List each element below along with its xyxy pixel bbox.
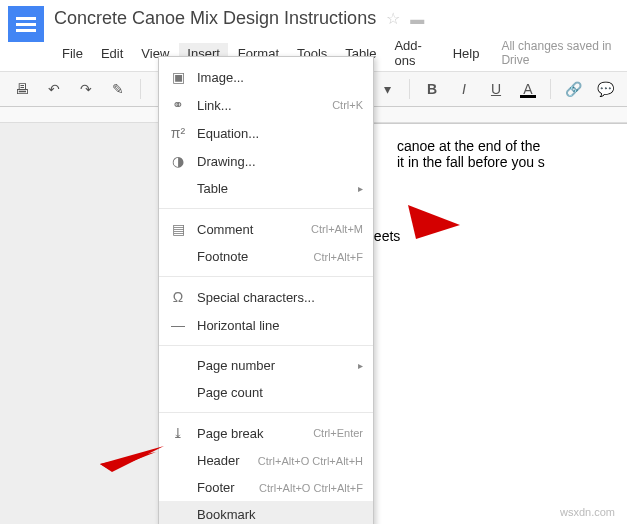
submenu-arrow-icon: ▸ (358, 360, 363, 371)
menu-edit[interactable]: Edit (93, 43, 131, 64)
insert-table[interactable]: Table▸ (159, 175, 373, 202)
menu-label: Footer (197, 480, 249, 495)
hr-icon: — (169, 317, 187, 333)
pagebreak-icon: ⤓ (169, 425, 187, 441)
annotation-arrow-1 (408, 205, 460, 239)
print-button[interactable]: 🖶 (8, 75, 36, 103)
undo-button[interactable]: ↶ (40, 75, 68, 103)
menu-addons[interactable]: Add-ons (386, 35, 442, 71)
menu-label: Equation... (197, 126, 363, 141)
annotation-arrow-2 (100, 442, 164, 472)
submenu-arrow-icon: ▸ (358, 183, 363, 194)
toolbar-sep (550, 79, 551, 99)
drawing-icon: ◑ (169, 153, 187, 169)
docs-logo[interactable] (8, 6, 44, 42)
redo-button[interactable]: ↷ (72, 75, 100, 103)
docs-logo-glyph (16, 23, 36, 26)
insert-header[interactable]: HeaderCtrl+Alt+O Ctrl+Alt+H (159, 447, 373, 474)
insert-link[interactable]: ⚭Link...Ctrl+K (159, 91, 373, 119)
body-text: it in the fall before you s (397, 154, 627, 170)
shortcut: Ctrl+Alt+M (311, 223, 363, 235)
menu-label: Page break (197, 426, 303, 441)
body-text: canoe at the end of the (397, 138, 627, 154)
image-icon: ▣ (169, 69, 187, 85)
save-status: All changes saved in Drive (501, 39, 619, 67)
link-icon: ⚭ (169, 97, 187, 113)
insert-comment[interactable]: ▤CommentCtrl+Alt+M (159, 215, 373, 243)
paint-format-button[interactable]: ✎ (104, 75, 132, 103)
insert-page-break[interactable]: ⤓Page breakCtrl+Enter (159, 419, 373, 447)
shortcut: Ctrl+Alt+O Ctrl+Alt+F (259, 482, 363, 494)
menu-file[interactable]: File (54, 43, 91, 64)
insert-page-count[interactable]: Page count (159, 379, 373, 406)
bold-button[interactable]: B (418, 75, 446, 103)
watermark: wsxdn.com (560, 506, 615, 518)
menu-label: Horizontal line (197, 318, 363, 333)
insert-special-chars[interactable]: ΩSpecial characters... (159, 283, 373, 311)
menu-label: Page number (197, 358, 342, 373)
equation-icon: π² (169, 125, 187, 141)
font-size-dropdown[interactable]: ▾ (373, 75, 401, 103)
insert-comment-button[interactable]: 💬 (591, 75, 619, 103)
insert-footnote[interactable]: FootnoteCtrl+Alt+F (159, 243, 373, 270)
menu-label: Footnote (197, 249, 303, 264)
toolbar-sep (409, 79, 410, 99)
underline-button[interactable]: U (482, 75, 510, 103)
insert-footer[interactable]: FooterCtrl+Alt+O Ctrl+Alt+F (159, 474, 373, 501)
menu-label: Link... (197, 98, 322, 113)
text-color-button[interactable]: A (514, 75, 542, 103)
menu-label: Page count (197, 385, 363, 400)
insert-link-button[interactable]: 🔗 (559, 75, 587, 103)
folder-icon[interactable]: ▬ (410, 11, 424, 27)
insert-equation[interactable]: π²Equation... (159, 119, 373, 147)
shortcut: Ctrl+K (332, 99, 363, 111)
svg-marker-2 (100, 452, 156, 470)
shortcut: Ctrl+Enter (313, 427, 363, 439)
star-icon[interactable]: ☆ (386, 9, 400, 28)
toolbar-sep (140, 79, 141, 99)
insert-drawing[interactable]: ◑Drawing... (159, 147, 373, 175)
shortcut: Ctrl+Alt+O Ctrl+Alt+H (258, 455, 363, 467)
menu-label: Drawing... (197, 154, 363, 169)
menu-label: Bookmark (197, 507, 363, 522)
insert-bookmark[interactable]: Bookmark (159, 501, 373, 524)
insert-image[interactable]: ▣Image... (159, 63, 373, 91)
menu-label: Header (197, 453, 248, 468)
menu-label: Table (197, 181, 342, 196)
menu-label: Comment (197, 222, 301, 237)
insert-dropdown: ▣Image... ⚭Link...Ctrl+K π²Equation... ◑… (158, 56, 374, 524)
omega-icon: Ω (169, 289, 187, 305)
svg-marker-0 (408, 205, 460, 239)
menu-label: Image... (197, 70, 363, 85)
italic-button[interactable]: I (450, 75, 478, 103)
doc-title[interactable]: Concrete Canoe Mix Design Instructions (54, 6, 376, 31)
menu-label: Special characters... (197, 290, 363, 305)
insert-page-number[interactable]: Page number▸ (159, 352, 373, 379)
insert-horizontal-line[interactable]: —Horizontal line (159, 311, 373, 339)
menu-help[interactable]: Help (445, 43, 488, 64)
shortcut: Ctrl+Alt+F (313, 251, 363, 263)
comment-icon: ▤ (169, 221, 187, 237)
